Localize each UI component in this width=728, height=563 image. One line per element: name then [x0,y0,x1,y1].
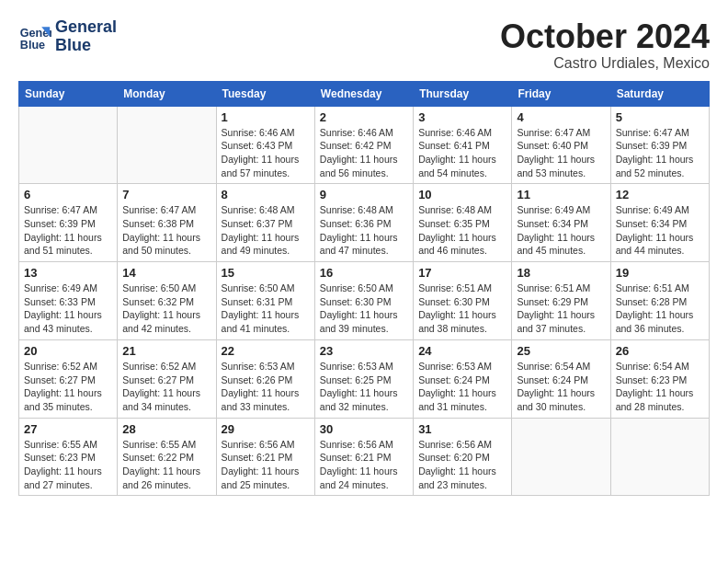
day-info: Sunrise: 6:51 AMSunset: 6:30 PMDaylight:… [418,282,506,336]
logo-text: General Blue [55,18,117,55]
table-row [512,418,610,496]
calendar-week-row: 27Sunrise: 6:55 AMSunset: 6:23 PMDayligh… [19,418,710,496]
calendar-week-row: 20Sunrise: 6:52 AMSunset: 6:27 PMDayligh… [19,339,710,418]
day-number: 2 [320,110,408,124]
day-info: Sunrise: 6:46 AMSunset: 6:42 PMDaylight:… [320,126,408,180]
table-row: 2Sunrise: 6:46 AMSunset: 6:42 PMDaylight… [314,106,413,184]
day-number: 3 [418,110,506,124]
day-info: Sunrise: 6:48 AMSunset: 6:37 PMDaylight:… [222,203,310,258]
day-number: 4 [517,110,605,124]
header-friday: Friday [512,81,610,106]
day-number: 16 [320,266,408,280]
table-row: 6Sunrise: 6:47 AMSunset: 6:39 PMDaylight… [19,184,118,262]
day-info: Sunrise: 6:52 AMSunset: 6:27 PMDaylight:… [24,360,112,414]
day-number: 6 [24,188,112,201]
table-row: 16Sunrise: 6:50 AMSunset: 6:30 PMDayligh… [314,262,413,340]
calendar-week-row: 13Sunrise: 6:49 AMSunset: 6:33 PMDayligh… [19,262,710,340]
day-info: Sunrise: 6:49 AMSunset: 6:33 PMDaylight:… [24,282,112,336]
day-info: Sunrise: 6:50 AMSunset: 6:31 PMDaylight:… [222,282,310,336]
title-block: October 2024 Castro Urdiales, Mexico [500,18,710,72]
day-number: 12 [616,188,704,201]
table-row: 25Sunrise: 6:54 AMSunset: 6:24 PMDayligh… [512,339,610,418]
month-title: October 2024 [500,18,710,55]
day-info: Sunrise: 6:51 AMSunset: 6:28 PMDaylight:… [616,282,704,336]
table-row: 3Sunrise: 6:46 AMSunset: 6:41 PMDaylight… [414,106,512,184]
table-row: 17Sunrise: 6:51 AMSunset: 6:30 PMDayligh… [414,262,512,340]
header-tuesday: Tuesday [216,81,314,106]
table-row: 18Sunrise: 6:51 AMSunset: 6:29 PMDayligh… [512,262,610,340]
day-info: Sunrise: 6:47 AMSunset: 6:39 PMDaylight:… [24,203,112,258]
day-number: 13 [24,266,112,280]
day-number: 24 [418,344,506,358]
table-row: 31Sunrise: 6:56 AMSunset: 6:20 PMDayligh… [414,418,512,496]
day-number: 23 [320,344,408,358]
calendar-week-row: 1Sunrise: 6:46 AMSunset: 6:43 PMDaylight… [19,106,710,184]
table-row: 19Sunrise: 6:51 AMSunset: 6:28 PMDayligh… [610,262,709,340]
table-row: 13Sunrise: 6:49 AMSunset: 6:33 PMDayligh… [19,262,118,340]
day-number: 31 [418,422,506,436]
table-row: 10Sunrise: 6:48 AMSunset: 6:35 PMDayligh… [414,184,512,262]
header-sunday: Sunday [19,81,118,106]
day-number: 25 [517,344,605,358]
day-number: 18 [517,266,605,280]
table-row: 30Sunrise: 6:56 AMSunset: 6:21 PMDayligh… [314,418,413,496]
day-number: 8 [222,188,310,201]
day-info: Sunrise: 6:47 AMSunset: 6:39 PMDaylight:… [616,126,704,180]
day-info: Sunrise: 6:46 AMSunset: 6:41 PMDaylight:… [418,126,506,180]
day-number: 26 [616,344,704,358]
day-info: Sunrise: 6:46 AMSunset: 6:43 PMDaylight:… [222,126,310,180]
day-info: Sunrise: 6:54 AMSunset: 6:23 PMDaylight:… [616,360,704,414]
table-row: 5Sunrise: 6:47 AMSunset: 6:39 PMDaylight… [610,106,709,184]
day-info: Sunrise: 6:56 AMSunset: 6:21 PMDaylight:… [222,438,310,492]
table-row: 14Sunrise: 6:50 AMSunset: 6:32 PMDayligh… [118,262,216,340]
table-row: 7Sunrise: 6:47 AMSunset: 6:38 PMDaylight… [118,184,216,262]
day-number: 5 [616,110,704,124]
day-number: 27 [24,422,112,436]
day-number: 20 [24,344,112,358]
header-thursday: Thursday [414,81,512,106]
logo: General Blue General Blue [18,18,117,55]
day-info: Sunrise: 6:54 AMSunset: 6:24 PMDaylight:… [517,360,605,414]
day-info: Sunrise: 6:53 AMSunset: 6:25 PMDaylight:… [320,360,408,414]
day-info: Sunrise: 6:55 AMSunset: 6:23 PMDaylight:… [24,438,112,492]
table-row: 12Sunrise: 6:49 AMSunset: 6:34 PMDayligh… [610,184,709,262]
day-info: Sunrise: 6:56 AMSunset: 6:20 PMDaylight:… [418,438,506,492]
table-row: 21Sunrise: 6:52 AMSunset: 6:27 PMDayligh… [118,339,216,418]
table-row: 26Sunrise: 6:54 AMSunset: 6:23 PMDayligh… [610,339,709,418]
table-row: 27Sunrise: 6:55 AMSunset: 6:23 PMDayligh… [19,418,118,496]
day-number: 30 [320,422,408,436]
header-saturday: Saturday [610,81,709,106]
table-row: 4Sunrise: 6:47 AMSunset: 6:40 PMDaylight… [512,106,610,184]
day-info: Sunrise: 6:47 AMSunset: 6:40 PMDaylight:… [517,126,605,180]
day-info: Sunrise: 6:52 AMSunset: 6:27 PMDaylight:… [122,360,210,414]
day-info: Sunrise: 6:48 AMSunset: 6:35 PMDaylight:… [418,203,506,258]
table-row: 11Sunrise: 6:49 AMSunset: 6:34 PMDayligh… [512,184,610,262]
day-number: 14 [122,266,210,280]
location: Castro Urdiales, Mexico [500,55,710,72]
day-info: Sunrise: 6:50 AMSunset: 6:32 PMDaylight:… [122,282,210,336]
day-number: 22 [222,344,310,358]
day-number: 29 [222,422,310,436]
table-row [118,106,216,184]
table-row: 23Sunrise: 6:53 AMSunset: 6:25 PMDayligh… [314,339,413,418]
table-row: 1Sunrise: 6:46 AMSunset: 6:43 PMDaylight… [216,106,314,184]
table-row: 24Sunrise: 6:53 AMSunset: 6:24 PMDayligh… [414,339,512,418]
page-header: General Blue General Blue October 2024 C… [18,18,710,72]
table-row [610,418,709,496]
table-row: 15Sunrise: 6:50 AMSunset: 6:31 PMDayligh… [216,262,314,340]
table-row: 22Sunrise: 6:53 AMSunset: 6:26 PMDayligh… [216,339,314,418]
table-row: 9Sunrise: 6:48 AMSunset: 6:36 PMDaylight… [314,184,413,262]
day-info: Sunrise: 6:47 AMSunset: 6:38 PMDaylight:… [122,203,210,258]
day-info: Sunrise: 6:49 AMSunset: 6:34 PMDaylight:… [517,203,605,258]
table-row [19,106,118,184]
day-number: 11 [517,188,605,201]
calendar-header-row: Sunday Monday Tuesday Wednesday Thursday… [19,81,710,106]
day-info: Sunrise: 6:51 AMSunset: 6:29 PMDaylight:… [517,282,605,336]
day-number: 21 [122,344,210,358]
table-row: 8Sunrise: 6:48 AMSunset: 6:37 PMDaylight… [216,184,314,262]
calendar-table: Sunday Monday Tuesday Wednesday Thursday… [18,81,710,497]
svg-text:Blue: Blue [20,38,45,51]
table-row: 29Sunrise: 6:56 AMSunset: 6:21 PMDayligh… [216,418,314,496]
day-info: Sunrise: 6:55 AMSunset: 6:22 PMDaylight:… [122,438,210,492]
day-number: 9 [320,188,408,201]
